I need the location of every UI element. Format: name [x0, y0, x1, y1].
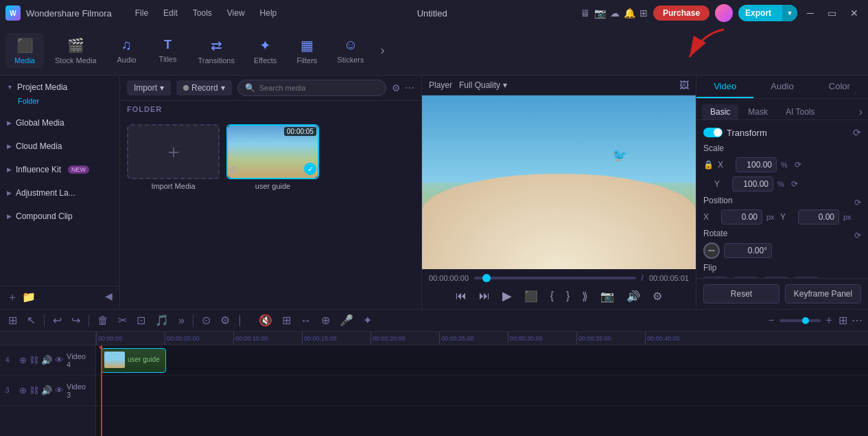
user-guide-item[interactable]: 00:00:05 ⊞ ✓ user guide	[226, 124, 319, 190]
purchase-button[interactable]: Purchase	[653, 5, 709, 21]
toolbar-audio[interactable]: ♫ Audio	[108, 33, 146, 68]
toolbar-media[interactable]: ⬛ Media	[5, 33, 44, 69]
scale-y-reset[interactable]: ⟳	[791, 179, 798, 189]
subtab-basic[interactable]: Basic	[702, 104, 738, 119]
quality-select[interactable]: Full Quality ▾	[459, 80, 507, 90]
folder-panel-btn[interactable]: 📁	[22, 290, 36, 305]
tl-transition-btn[interactable]: ↔	[298, 313, 314, 328]
transform-switch[interactable]	[703, 128, 723, 137]
cloud-media-header[interactable]: ▶ Cloud Media	[7, 139, 113, 154]
prev-frame-btn[interactable]: ⏮	[453, 288, 469, 303]
record-button[interactable]: Record ▾	[176, 80, 232, 95]
zoom-knob[interactable]	[802, 317, 809, 324]
zoom-track[interactable]	[779, 319, 821, 322]
import-button[interactable]: Import ▾	[127, 80, 171, 95]
adjustment-header[interactable]: ▶ Adjustment La...	[7, 185, 113, 200]
track-eye-btn-3[interactable]: 👁	[55, 385, 64, 395]
reset-button[interactable]: Reset	[703, 284, 779, 303]
monitor-icon[interactable]: 🖥	[580, 8, 590, 19]
tl-clip-btn[interactable]: ⊞	[279, 312, 294, 328]
bell-icon[interactable]: 🔔	[624, 8, 635, 19]
subtab-mask[interactable]: Mask	[740, 104, 776, 119]
scale-y-input[interactable]	[732, 176, 773, 192]
global-media-header[interactable]: ▶ Global Media	[7, 115, 113, 130]
stop-btn[interactable]: ⬛	[521, 288, 541, 304]
search-input[interactable]	[259, 84, 379, 92]
toolbar-stickers[interactable]: ☺ Stickers	[329, 33, 372, 68]
volume-btn[interactable]: 🔊	[624, 288, 643, 304]
scrubber-head[interactable]	[482, 274, 491, 282]
play-btn[interactable]: ▶	[500, 287, 515, 305]
preview-image-icon[interactable]: 🖼	[679, 80, 689, 91]
collapse-panel-btn[interactable]: ◀	[105, 290, 113, 305]
tl-cursor-btn[interactable]: ↖	[24, 312, 38, 328]
track-add-btn-3[interactable]: ⊕	[19, 385, 27, 395]
tl-delete-btn[interactable]: 🗑	[95, 313, 111, 328]
tl-mark-btn[interactable]: ⊙	[199, 312, 213, 328]
playhead[interactable]	[101, 345, 102, 436]
video-icon[interactable]: 📷	[594, 8, 606, 19]
cloud-icon[interactable]: ☁	[610, 8, 620, 19]
maximize-button[interactable]: ▭	[823, 8, 841, 19]
sidebar-item-folder[interactable]: Folder	[7, 95, 113, 107]
position-x-input[interactable]	[721, 209, 762, 225]
export-button[interactable]: Export	[738, 5, 778, 21]
tl-speed-btn[interactable]: ⊕	[318, 312, 333, 328]
snapshot-btn[interactable]: 📷	[598, 288, 617, 304]
toolbar-titles[interactable]: T Titles	[149, 34, 187, 67]
zoom-out-btn[interactable]: －	[766, 313, 777, 328]
mark-in-btn[interactable]: {	[548, 288, 556, 303]
tl-split-btn[interactable]: ⎸	[237, 313, 252, 328]
toolbar-filters[interactable]: ▦ Filters	[288, 33, 326, 69]
zoom-in-btn[interactable]: ＋	[823, 313, 834, 328]
menu-tools[interactable]: Tools	[186, 5, 219, 21]
tl-voice-btn[interactable]: 🎤	[337, 312, 356, 328]
skip-btn[interactable]: ⟫	[579, 288, 591, 304]
scale-lock-icon[interactable]: 🔒	[703, 160, 714, 170]
tl-mute-btn[interactable]: 🔇	[256, 312, 275, 328]
scrubber-track[interactable]	[474, 277, 635, 279]
influence-kit-header[interactable]: ▶ Influence Kit NEW	[7, 162, 113, 177]
scale-x-reset[interactable]: ⟳	[795, 160, 801, 170]
position-y-input[interactable]	[798, 209, 839, 225]
tl-ripple-btn[interactable]: ⚙	[218, 312, 233, 328]
video-clip[interactable]: user guide	[101, 348, 166, 373]
track-add-btn-4[interactable]: ⊕	[19, 355, 27, 365]
more-icon[interactable]: ⋯	[405, 82, 414, 93]
toolbar-stock-media[interactable]: 🎬 Stock Media	[47, 33, 105, 69]
toolbar-transitions[interactable]: ⇄ Transitions	[190, 33, 243, 69]
tl-more-btn[interactable]: »	[176, 313, 187, 328]
settings-ctrl-btn[interactable]: ⚙	[650, 288, 665, 304]
keyframe-panel-button[interactable]: Keyframe Panel	[785, 284, 861, 303]
subtab-ai-tools[interactable]: AI Tools	[777, 104, 823, 119]
search-box[interactable]: 🔍	[237, 80, 386, 96]
tl-overflow-btn[interactable]: ⋯	[852, 314, 863, 327]
grid-icon[interactable]: ⊞	[640, 8, 648, 19]
menu-file[interactable]: File	[128, 5, 155, 21]
position-reset[interactable]: ⟳	[854, 198, 861, 207]
menu-help[interactable]: Help	[253, 5, 284, 21]
tab-color[interactable]: Color	[811, 76, 868, 98]
toolbar-more[interactable]: ›	[375, 38, 390, 63]
tl-redo-btn[interactable]: ↪	[69, 312, 83, 328]
tl-cut-btn[interactable]: ✂	[115, 312, 130, 328]
scale-x-input[interactable]	[736, 157, 777, 172]
track-eye-btn-4[interactable]: 👁	[55, 355, 64, 365]
avatar[interactable]	[715, 4, 733, 22]
close-button[interactable]: ✕	[846, 8, 863, 19]
filter-icon[interactable]: ⚙	[392, 82, 401, 93]
tl-ai-btn[interactable]: ✦	[360, 312, 375, 328]
tl-crop-btn[interactable]: ⊡	[134, 312, 148, 328]
tl-grid-view-btn[interactable]: ⊞	[838, 314, 847, 327]
transform-reset[interactable]: ⟳	[853, 127, 861, 138]
rotate-reset[interactable]: ⟳	[854, 231, 861, 240]
menu-view[interactable]: View	[220, 5, 252, 21]
rotate-input[interactable]	[724, 243, 772, 258]
track-link-btn-3[interactable]: ⛓	[30, 385, 38, 395]
minimize-button[interactable]: ─	[803, 8, 818, 19]
track-volume-btn-4[interactable]: 🔊	[41, 355, 52, 365]
project-media-header[interactable]: ▼ Project Media	[7, 80, 113, 95]
next-frame-btn[interactable]: ⏭	[476, 288, 493, 303]
subtab-more[interactable]: ›	[859, 106, 863, 118]
tab-video[interactable]: Video	[696, 76, 753, 98]
